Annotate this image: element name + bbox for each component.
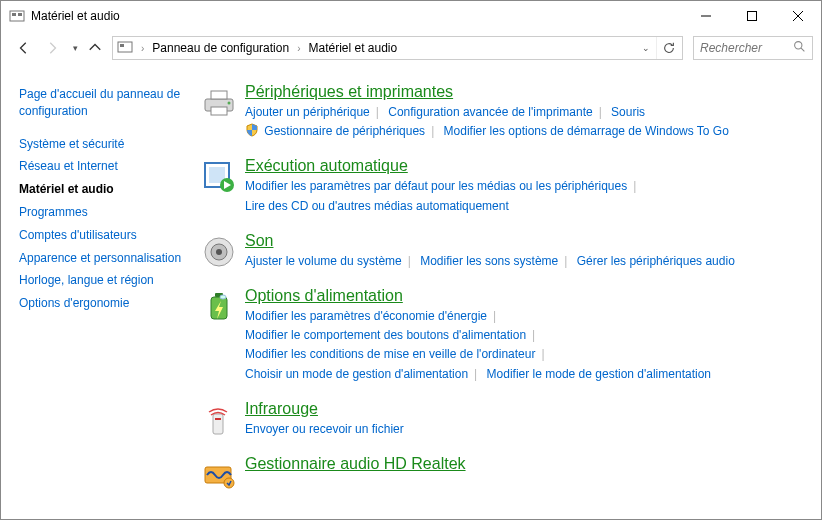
link-power-econ[interactable]: Modifier les paramètres d'économie d'éne… bbox=[245, 309, 487, 323]
svg-point-27 bbox=[224, 478, 234, 488]
shield-icon bbox=[245, 123, 259, 137]
speaker-icon bbox=[201, 232, 245, 271]
sidebar-item-appearance[interactable]: Apparence et personnalisation bbox=[19, 247, 193, 270]
link-autoplay-cds[interactable]: Lire des CD ou d'autres médias automatiq… bbox=[245, 199, 509, 213]
svg-rect-25 bbox=[215, 418, 221, 420]
chevron-right-icon: › bbox=[295, 43, 302, 54]
category-devices: Périphériques et imprimantes Ajouter un … bbox=[201, 83, 809, 141]
category-title-infrared[interactable]: Infrarouge bbox=[245, 400, 809, 418]
up-button[interactable] bbox=[84, 37, 106, 59]
sidebar: Page d'accueil du panneau de configurati… bbox=[1, 65, 201, 519]
svg-point-14 bbox=[228, 102, 231, 105]
chevron-right-icon: › bbox=[139, 43, 146, 54]
close-button[interactable] bbox=[775, 1, 821, 31]
link-system-sounds[interactable]: Modifier les sons système bbox=[420, 254, 558, 268]
category-realtek: Gestionnaire audio HD Realtek bbox=[201, 455, 809, 493]
window-title: Matériel et audio bbox=[31, 9, 120, 23]
realtek-icon bbox=[201, 455, 245, 493]
address-bar[interactable]: › Panneau de configuration › Matériel et… bbox=[112, 36, 683, 60]
content: Périphériques et imprimantes Ajouter un … bbox=[201, 65, 821, 519]
svg-point-23 bbox=[220, 295, 226, 299]
link-windows-to-go[interactable]: Modifier les options de démarrage de Win… bbox=[444, 124, 729, 138]
svg-rect-4 bbox=[748, 12, 757, 21]
link-autoplay-defaults[interactable]: Modifier les paramètres par défaut pour … bbox=[245, 179, 627, 193]
address-dropdown[interactable]: ⌄ bbox=[638, 43, 650, 53]
history-dropdown[interactable]: ▾ bbox=[69, 43, 78, 53]
back-button[interactable] bbox=[13, 37, 35, 59]
link-power-editplan[interactable]: Modifier le mode de gestion d'alimentati… bbox=[487, 367, 711, 381]
link-power-sleep[interactable]: Modifier les conditions de mise en veill… bbox=[245, 347, 535, 361]
svg-rect-13 bbox=[211, 107, 227, 115]
sidebar-item-clock[interactable]: Horloge, langue et région bbox=[19, 269, 193, 292]
category-infrared: Infrarouge Envoyer ou recevoir un fichie… bbox=[201, 400, 809, 439]
category-title-realtek[interactable]: Gestionnaire audio HD Realtek bbox=[245, 455, 809, 473]
category-title-autoplay[interactable]: Exécution automatique bbox=[245, 157, 809, 175]
sidebar-item-network[interactable]: Réseau et Internet bbox=[19, 155, 193, 178]
link-audio-devices[interactable]: Gérer les périphériques audio bbox=[577, 254, 735, 268]
address-icon bbox=[117, 39, 133, 58]
sidebar-item-accounts[interactable]: Comptes d'utilisateurs bbox=[19, 224, 193, 247]
window-icon bbox=[9, 8, 25, 24]
link-power-buttons[interactable]: Modifier le comportement des boutons d'a… bbox=[245, 328, 526, 342]
svg-line-10 bbox=[801, 48, 804, 51]
link-device-manager[interactable]: Gestionnaire de périphériques bbox=[264, 124, 425, 138]
link-adv-printer[interactable]: Configuration avancée de l'imprimante bbox=[388, 105, 592, 119]
sidebar-item-home[interactable]: Page d'accueil du panneau de configurati… bbox=[19, 83, 193, 123]
svg-rect-8 bbox=[120, 44, 124, 47]
link-infrared-send[interactable]: Envoyer ou recevoir un fichier bbox=[245, 422, 404, 436]
sidebar-item-system[interactable]: Système et sécurité bbox=[19, 133, 193, 156]
autoplay-icon bbox=[201, 157, 245, 215]
category-sound: Son Ajuster le volume du système| Modifi… bbox=[201, 232, 809, 271]
svg-point-20 bbox=[216, 249, 222, 255]
link-mouse[interactable]: Souris bbox=[611, 105, 645, 119]
breadcrumb-current[interactable]: Matériel et audio bbox=[308, 41, 397, 55]
printer-icon bbox=[201, 83, 245, 141]
link-add-device[interactable]: Ajouter un périphérique bbox=[245, 105, 370, 119]
forward-button[interactable] bbox=[41, 37, 63, 59]
link-volume[interactable]: Ajuster le volume du système bbox=[245, 254, 402, 268]
infrared-icon bbox=[201, 400, 245, 439]
search-icon[interactable] bbox=[793, 40, 806, 56]
refresh-button[interactable] bbox=[656, 37, 680, 59]
link-power-plan[interactable]: Choisir un mode de gestion d'alimentatio… bbox=[245, 367, 468, 381]
category-autoplay: Exécution automatique Modifier les param… bbox=[201, 157, 809, 215]
category-title-power[interactable]: Options d'alimentation bbox=[245, 287, 809, 305]
main-area: Page d'accueil du panneau de configurati… bbox=[1, 65, 821, 519]
category-power: Options d'alimentation Modifier les para… bbox=[201, 287, 809, 384]
titlebar: Matériel et audio bbox=[1, 1, 821, 31]
sidebar-item-ease[interactable]: Options d'ergonomie bbox=[19, 292, 193, 315]
navbar: ▾ › Panneau de configuration › Matériel … bbox=[1, 31, 821, 65]
battery-icon bbox=[201, 287, 245, 384]
svg-rect-12 bbox=[211, 91, 227, 99]
category-title-devices[interactable]: Périphériques et imprimantes bbox=[245, 83, 809, 101]
maximize-button[interactable] bbox=[729, 1, 775, 31]
svg-rect-1 bbox=[12, 13, 16, 16]
breadcrumb-root[interactable]: Panneau de configuration bbox=[152, 41, 289, 55]
minimize-button[interactable] bbox=[683, 1, 729, 31]
search-input[interactable] bbox=[700, 41, 793, 55]
svg-point-9 bbox=[795, 42, 802, 49]
category-title-sound[interactable]: Son bbox=[245, 232, 809, 250]
search-box[interactable] bbox=[693, 36, 813, 60]
svg-rect-24 bbox=[213, 414, 223, 434]
svg-rect-2 bbox=[18, 13, 22, 16]
sidebar-item-programs[interactable]: Programmes bbox=[19, 201, 193, 224]
sidebar-item-hardware[interactable]: Matériel et audio bbox=[19, 178, 193, 201]
